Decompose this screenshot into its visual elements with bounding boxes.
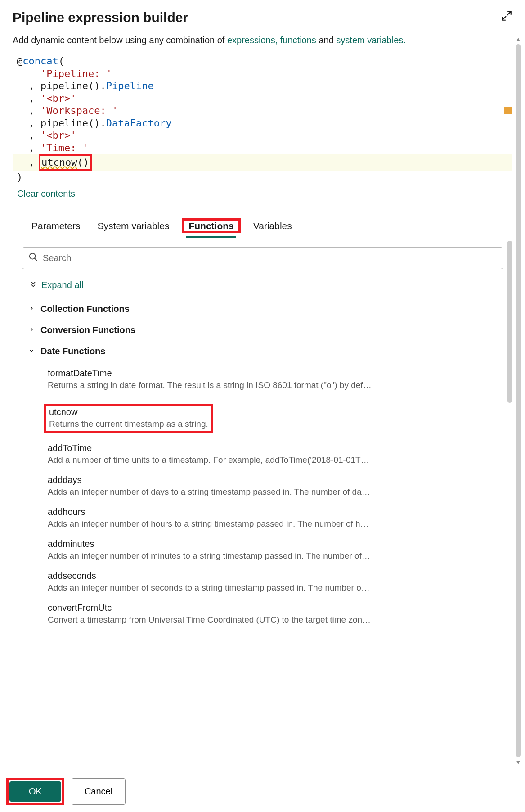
tab-system-variables[interactable]: System variables bbox=[98, 217, 170, 238]
code-line[interactable]: , pipeline().DataFactory bbox=[17, 117, 508, 130]
category-date-functions[interactable]: Date Functions bbox=[22, 341, 503, 362]
function-description: Adds an integer number of days to a stri… bbox=[48, 485, 372, 497]
chevron-right-icon bbox=[28, 304, 35, 314]
chevron-right-icon bbox=[28, 325, 35, 335]
code-line[interactable]: , 'Time: ' bbox=[17, 142, 508, 154]
function-addminutes[interactable]: addminutesAdds an integer number of minu… bbox=[48, 532, 503, 564]
tab-functions[interactable]: Functions bbox=[186, 217, 236, 238]
tab-parameters[interactable]: Parameters bbox=[31, 217, 81, 238]
function-name: convertFromUtc bbox=[48, 603, 503, 613]
expand-all-link[interactable]: Expand all bbox=[22, 269, 503, 298]
expressions-link[interactable]: expressions, bbox=[227, 35, 278, 45]
function-name: addToTime bbox=[48, 443, 503, 453]
search-input[interactable]: Search bbox=[22, 247, 503, 269]
expression-editor[interactable]: @concat( 'Pipeline: ' , pipeline().Pipel… bbox=[13, 52, 512, 182]
function-description: Returns the current timestamp as a strin… bbox=[49, 417, 208, 429]
function-adddays[interactable]: adddaysAdds an integer number of days to… bbox=[48, 469, 503, 501]
outer-scrollbar[interactable]: ▲ ▼ bbox=[514, 36, 522, 765]
functions-link[interactable]: functions bbox=[280, 35, 316, 45]
code-line[interactable]: , pipeline().Pipeline bbox=[17, 80, 508, 92]
function-name: utcnow bbox=[49, 407, 208, 417]
function-formatDateTime[interactable]: formatDateTimeReturns a string in date f… bbox=[48, 362, 503, 394]
function-addToTime[interactable]: addToTimeAdd a number of time units to a… bbox=[48, 437, 503, 469]
svg-point-0 bbox=[30, 253, 36, 259]
code-line[interactable]: , 'Workspace: ' bbox=[17, 104, 508, 117]
function-name: addseconds bbox=[48, 571, 503, 581]
scroll-up-icon[interactable]: ▲ bbox=[515, 36, 521, 42]
double-chevron-down-icon bbox=[30, 280, 37, 290]
function-name: addhours bbox=[48, 507, 503, 517]
code-line[interactable]: , '<br>' bbox=[17, 129, 508, 142]
scroll-down-icon[interactable]: ▼ bbox=[515, 759, 521, 765]
system-variables-link[interactable]: system variables. bbox=[336, 35, 406, 45]
category-collection-functions[interactable]: Collection Functions bbox=[22, 298, 503, 320]
function-description: Adds an integer number of hours to a str… bbox=[48, 517, 372, 529]
function-name: addminutes bbox=[48, 539, 503, 549]
tab-bar: ParametersSystem variablesFunctionsVaria… bbox=[13, 217, 512, 238]
function-description: Returns a string in date format. The res… bbox=[48, 379, 372, 390]
code-line[interactable]: , '<br>' bbox=[17, 92, 508, 105]
code-line[interactable]: ) bbox=[17, 171, 508, 183]
function-name: formatDateTime bbox=[48, 368, 503, 379]
code-line[interactable]: 'Pipeline: ' bbox=[17, 68, 508, 80]
search-placeholder: Search bbox=[43, 253, 71, 263]
category-conversion-functions[interactable]: Conversion Functions bbox=[22, 320, 503, 341]
code-line[interactable]: @concat( bbox=[17, 55, 508, 68]
tab-variables[interactable]: Variables bbox=[253, 217, 292, 238]
function-name: adddays bbox=[48, 475, 503, 485]
function-addhours[interactable]: addhoursAdds an integer number of hours … bbox=[48, 501, 503, 532]
chevron-down-icon bbox=[28, 346, 35, 356]
search-icon bbox=[28, 252, 38, 264]
function-convertFromUtc[interactable]: convertFromUtcConvert a timestamp from U… bbox=[48, 596, 503, 628]
function-description: Add a number of time units to a timestam… bbox=[48, 453, 372, 465]
intro-text: Add dynamic content below using any comb… bbox=[13, 35, 512, 45]
function-description: Adds an integer number of seconds to a s… bbox=[48, 581, 372, 593]
clear-contents-link[interactable]: Clear contents bbox=[13, 182, 75, 217]
functions-scrollbar[interactable] bbox=[507, 241, 512, 403]
function-addseconds[interactable]: addsecondsAdds an integer number of seco… bbox=[48, 564, 503, 596]
page-title: Pipeline expression builder bbox=[13, 10, 188, 25]
expand-icon[interactable] bbox=[501, 10, 512, 24]
function-description: Convert a timestamp from Universal Time … bbox=[48, 613, 372, 625]
editor-marker bbox=[504, 107, 512, 114]
code-line[interactable]: , utcnow() bbox=[13, 154, 512, 171]
function-utcnow[interactable]: utcnowReturns the current timestamp as a… bbox=[48, 394, 503, 437]
function-description: Adds an integer number of minutes to a s… bbox=[48, 549, 372, 561]
